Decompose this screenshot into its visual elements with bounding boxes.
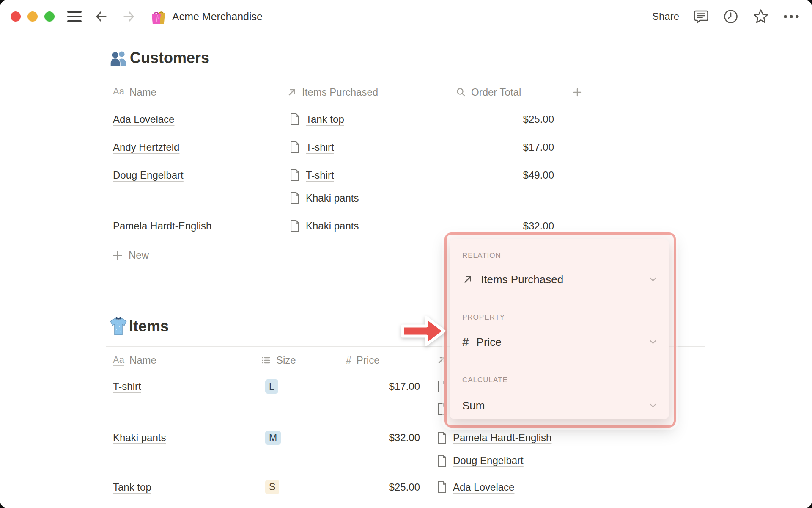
plus-icon [572, 87, 582, 97]
customers-section-heading: Customers [110, 49, 209, 67]
relation-select[interactable]: Items Purchased [462, 269, 658, 290]
table-row: Ada Lovelace Tank top $25.00 [106, 105, 705, 133]
minimize-window-button[interactable] [27, 11, 38, 22]
customer-name-cell[interactable]: Ada Lovelace [106, 105, 280, 133]
item-name-cell[interactable]: Tank top [106, 473, 254, 501]
back-icon[interactable] [93, 8, 110, 25]
hash-icon: # [346, 355, 351, 366]
size-tag: M [265, 431, 281, 445]
page-icon [289, 113, 300, 126]
top-bar: Acme Merchandise Share [0, 0, 812, 33]
purchased-by-cell[interactable]: Pamela Hardt-English Doug Engelbart [426, 422, 705, 473]
app-window: Acme Merchandise Share [0, 0, 812, 508]
size-cell[interactable]: L [254, 374, 339, 422]
property-label: PROPERTY [462, 313, 505, 322]
page-icon [289, 220, 300, 232]
updates-clock-icon[interactable] [723, 9, 738, 24]
empty-cell[interactable] [562, 161, 705, 212]
search-icon [456, 87, 466, 97]
tshirt-icon [110, 317, 127, 336]
hash-icon: # [462, 335, 469, 349]
page-icon [289, 169, 300, 182]
table-row: Andy Hertzfeld T-shirt $17.00 [106, 133, 705, 161]
text-icon: Aa [113, 355, 124, 366]
chevron-down-icon [648, 337, 658, 347]
chevron-down-icon [648, 400, 658, 411]
order-total-cell[interactable]: $25.00 [449, 105, 562, 133]
comments-icon[interactable] [694, 9, 709, 24]
forward-icon[interactable] [121, 8, 137, 25]
plus-icon [112, 250, 123, 261]
size-cell[interactable]: M [254, 422, 339, 473]
calculate-label: CALCULATE [462, 376, 508, 384]
pointer-arrow-icon [401, 314, 447, 348]
size-tag: S [265, 480, 279, 494]
customer-name-cell[interactable]: Doug Engelbart [106, 161, 280, 212]
price-cell[interactable]: $17.00 [339, 374, 426, 422]
items-section-heading: Items [110, 317, 169, 336]
list-icon [261, 355, 271, 365]
page-title: Acme Merchandise [172, 11, 263, 23]
empty-cell[interactable] [562, 105, 705, 133]
customers-column-header-items-purchased[interactable]: Items Purchased [280, 79, 449, 105]
menu-icon[interactable] [67, 11, 82, 22]
close-window-button[interactable] [11, 11, 21, 22]
page-icon [436, 454, 447, 467]
table-row: Tank top S $25.00 Ada Lovelace [106, 473, 705, 501]
window-controls [11, 11, 55, 22]
customers-column-header-name[interactable]: Aa Name [106, 79, 280, 105]
more-options-icon[interactable] [783, 14, 799, 19]
order-total-cell[interactable]: $49.00 [449, 161, 562, 212]
rollup-config-popup: RELATION Items Purchased PROPERTY # Pric… [450, 239, 669, 419]
customers-column-header-order-total[interactable]: Order Total [449, 79, 562, 105]
customers-title: Customers [130, 49, 209, 67]
price-cell[interactable]: $25.00 [339, 473, 426, 501]
item-name-cell[interactable]: Khaki pants [106, 422, 254, 473]
customer-name-cell[interactable]: Andy Hertzfeld [106, 133, 280, 161]
share-button[interactable]: Share [652, 11, 679, 22]
items-column-header-price[interactable]: # Price [339, 347, 426, 374]
zoom-window-button[interactable] [44, 11, 55, 22]
page-icon [436, 481, 447, 494]
items-column-header-size[interactable]: Size [254, 347, 339, 374]
size-tag: L [265, 379, 278, 394]
customer-name-cell[interactable]: Pamela Hardt-English [106, 212, 280, 240]
items-purchased-cell[interactable]: Tank top [280, 105, 449, 133]
items-purchased-cell[interactable]: T-shirt [280, 133, 449, 161]
calculate-select[interactable]: Sum [462, 395, 658, 416]
page-icon [436, 431, 447, 444]
items-column-header-name[interactable]: Aa Name [106, 347, 254, 374]
shopping-bags-icon [150, 8, 168, 25]
relation-label: RELATION [462, 251, 501, 260]
size-cell[interactable]: S [254, 473, 339, 501]
add-column-button[interactable] [562, 79, 705, 105]
table-row: Khaki pants M $32.00 Pamela Hardt-Englis… [106, 422, 705, 473]
item-name-cell[interactable]: T-shirt [106, 374, 254, 422]
page-icon [289, 192, 300, 204]
favorite-star-icon[interactable] [753, 8, 769, 25]
chevron-down-icon [648, 274, 658, 284]
purchased-by-cell[interactable]: Ada Lovelace [426, 473, 705, 501]
text-icon: Aa [113, 87, 124, 97]
price-cell[interactable]: $32.00 [339, 422, 426, 473]
people-icon [110, 50, 128, 66]
property-select[interactable]: # Price [462, 332, 658, 352]
arrow-up-right-icon [287, 87, 297, 97]
arrow-up-right-icon [462, 274, 473, 285]
items-title: Items [129, 318, 169, 335]
page-icon [289, 141, 300, 154]
items-purchased-cell[interactable]: T-shirt Khaki pants [280, 161, 449, 212]
items-purchased-cell[interactable]: Khaki pants [280, 212, 449, 240]
order-total-cell[interactable]: $17.00 [449, 133, 562, 161]
empty-cell[interactable] [562, 133, 705, 161]
table-row: Doug Engelbart T-shirt Khaki pants $49.0… [106, 161, 705, 212]
